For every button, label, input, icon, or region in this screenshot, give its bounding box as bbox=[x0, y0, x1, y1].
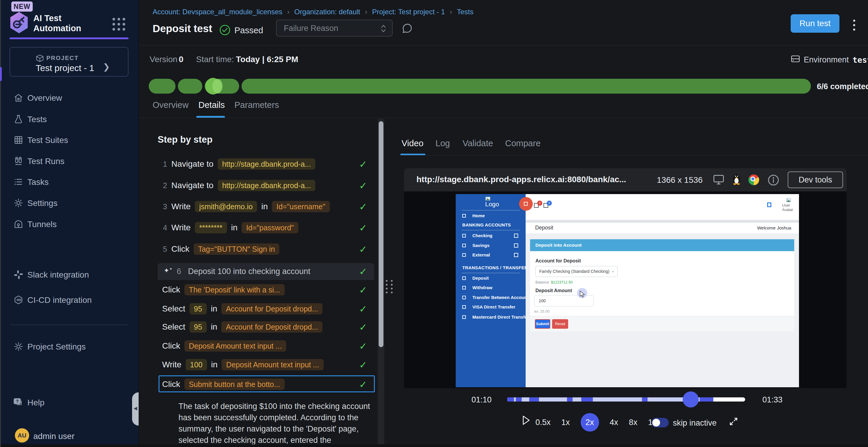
more-options-kebab-icon[interactable] bbox=[853, 17, 856, 33]
fullscreen-icon[interactable] bbox=[728, 416, 739, 428]
speed-button-2x[interactable]: 2x bbox=[581, 413, 599, 432]
deposit-amount-value: 100 bbox=[539, 296, 546, 306]
sidebar-item-tests[interactable]: Tests bbox=[0, 113, 138, 126]
info-icon[interactable] bbox=[768, 174, 779, 187]
step-row[interactable]: 2Navigate tohttp://stage.dbank.prod-a...… bbox=[160, 179, 374, 192]
step-number: 5 bbox=[160, 245, 167, 254]
speed-button-1x[interactable]: 1x bbox=[561, 418, 570, 427]
sidebar-item-overview[interactable]: Overview bbox=[0, 92, 138, 105]
checkbox-icon bbox=[462, 286, 466, 289]
sidebar-item-label: Help bbox=[27, 398, 44, 408]
substep-row[interactable]: ClickThe 'Deposit' link with a si...✓ bbox=[162, 283, 374, 296]
video-segment-marker bbox=[567, 398, 572, 402]
sidebar-item-label: Tests bbox=[27, 115, 47, 124]
badge-count: 0 bbox=[537, 201, 542, 206]
bank-nav-mastercard-direct-transfer[interactable]: Mastercard Direct Transfer bbox=[456, 314, 526, 321]
sidebar-item-test-suites[interactable]: Test Suites bbox=[0, 134, 138, 147]
bank-nav-deposit[interactable]: Deposit bbox=[456, 275, 526, 283]
step-row[interactable]: 3Writejsmith@demo.ioinId="username"✓ bbox=[160, 200, 374, 213]
breadcrumb-separator: › bbox=[450, 8, 452, 16]
sidebar-item-label: Test Suites bbox=[27, 136, 68, 145]
speed-button-0.5x[interactable]: 0.5x bbox=[535, 418, 551, 427]
step-row[interactable]: 4Write********inId="password"✓ bbox=[160, 221, 374, 234]
step-target-pill: Deposit Amount text input ... bbox=[184, 340, 286, 352]
bank-nav-external[interactable]: External bbox=[456, 252, 526, 260]
breadcrumb-item[interactable]: Organization: default bbox=[294, 8, 360, 16]
bank-message-icon[interactable]: 0 bbox=[544, 203, 548, 208]
balance-value: $1223712.50 bbox=[551, 280, 572, 284]
tab-overview[interactable]: Overview bbox=[153, 100, 189, 110]
bank-user-avatar-broken[interactable]: User Avatar bbox=[782, 198, 796, 217]
cicd-icon bbox=[14, 295, 23, 305]
play-icon[interactable] bbox=[521, 414, 531, 427]
panel-resize-grip[interactable] bbox=[386, 280, 394, 294]
seek-handle[interactable] bbox=[683, 391, 699, 408]
account-select[interactable]: Family Checking (Standard Checking) ⌄ bbox=[535, 266, 618, 277]
breadcrumb-item[interactable]: Account: Devspace_all_module_licenses bbox=[153, 8, 282, 16]
project-selector[interactable]: PROJECT Test project - 1 ❯ bbox=[9, 47, 128, 77]
tab-video[interactable]: Video bbox=[402, 138, 424, 148]
substep-row[interactable]: ClickDeposit Amount text input ...✓ bbox=[162, 339, 374, 352]
speed-button-8x[interactable]: 8x bbox=[629, 418, 638, 427]
breadcrumb-item[interactable]: Tests bbox=[457, 8, 473, 16]
user-avatar[interactable]: AU bbox=[15, 428, 29, 443]
video-seek-track[interactable] bbox=[507, 398, 745, 402]
sidebar-item-settings[interactable]: Settings bbox=[0, 197, 138, 210]
step-row[interactable]: 5ClickTag="BUTTON" Sign in✓ bbox=[160, 243, 374, 255]
home-icon bbox=[14, 93, 23, 103]
substep-row[interactable]: Select95inAccount for Deposit dropd...✓ bbox=[162, 302, 374, 315]
submit-button[interactable]: Submit bbox=[535, 319, 550, 329]
bank-nav-transfer-between-accounts[interactable]: Transfer Between Accounts bbox=[456, 294, 526, 302]
sidebar-collapse-handle[interactable]: ◀ bbox=[132, 392, 138, 425]
step-group-header[interactable]: ✦✦ 6 Deposit 100 into checking account ✓ bbox=[158, 263, 374, 280]
progress-segment[interactable] bbox=[242, 79, 811, 94]
app-logo-icon[interactable] bbox=[9, 12, 29, 33]
steps-scrollbar-thumb[interactable] bbox=[379, 121, 383, 347]
bank-nav-home[interactable]: Home bbox=[456, 212, 526, 220]
tab-compare[interactable]: Compare bbox=[505, 138, 540, 148]
tab-log[interactable]: Log bbox=[435, 138, 450, 148]
tab-parameters[interactable]: Parameters bbox=[235, 100, 279, 110]
linux-icon bbox=[732, 173, 741, 186]
project-eyebrow: PROJECT bbox=[46, 55, 79, 62]
bank-menu-icon[interactable] bbox=[767, 202, 771, 207]
sidebar-item-tunnels[interactable]: Tunnels bbox=[0, 218, 138, 231]
substep-row[interactable]: Write100inDeposit Amount text input ...✓ bbox=[162, 358, 374, 371]
video-segment-marker bbox=[581, 398, 593, 402]
apps-grid-icon[interactable] bbox=[113, 18, 126, 31]
record-indicator-icon[interactable] bbox=[519, 197, 533, 211]
sidebar-item-tasks[interactable]: Tasks bbox=[0, 176, 138, 189]
progress-segment[interactable] bbox=[149, 79, 176, 94]
tab-details[interactable]: Details bbox=[198, 100, 225, 110]
skip-inactive-toggle[interactable] bbox=[651, 418, 669, 427]
progress-segment[interactable] bbox=[178, 79, 202, 94]
breadcrumb-item[interactable]: Project: Test project - 1 bbox=[372, 8, 445, 16]
bank-nav-withdraw[interactable]: Withdraw bbox=[456, 284, 526, 292]
start-time-value: Today | 6:25 PM bbox=[236, 55, 298, 64]
dev-tools-button[interactable]: Dev tools bbox=[788, 171, 843, 188]
comment-bubble-icon[interactable] bbox=[401, 23, 413, 36]
accent-sliver bbox=[0, 67, 2, 81]
step-row[interactable]: 1Navigate tohttp://stage.dbank.prod-a...… bbox=[160, 158, 374, 171]
sidebar-item-help[interactable]: ?Help bbox=[0, 396, 138, 409]
bank-nav-visa-direct-transfer[interactable]: VISA Direct Transfer bbox=[456, 304, 526, 311]
sidebar-item-project-settings[interactable]: Project Settings bbox=[0, 340, 138, 353]
bank-notification-icon[interactable]: 0 bbox=[534, 203, 539, 208]
failure-reason-select[interactable]: Failure Reason bbox=[276, 20, 393, 37]
speed-button-4x[interactable]: 4x bbox=[610, 418, 618, 427]
sidebar-item-slack-integration[interactable]: Slack integration bbox=[0, 268, 138, 281]
breadcrumb: Account: Devspace_all_module_licenses›Or… bbox=[153, 8, 473, 16]
substep-row[interactable]: Select95inAccount for Deposit dropd...✓ bbox=[162, 320, 374, 334]
bank-nav-checking[interactable]: Checking bbox=[456, 232, 526, 240]
progress-completed-text: 6/6 completed bbox=[817, 82, 868, 91]
progress-segment-highlight bbox=[212, 79, 222, 93]
tab-validate[interactable]: Validate bbox=[463, 138, 493, 148]
app-sidebar: NEW AI Test Automation PROJECT Test proj… bbox=[0, 0, 138, 447]
sidebar-item-ci-cd-integration[interactable]: CI-CD integration bbox=[0, 294, 138, 307]
bank-logo-text[interactable]: Logo bbox=[485, 201, 499, 208]
video-url-bar: http://stage.dbank.prod-apps.relicx.ai:8… bbox=[404, 168, 846, 192]
reset-button[interactable]: Reset bbox=[552, 319, 568, 329]
bank-nav-savings[interactable]: Savings bbox=[456, 242, 526, 250]
sidebar-item-test-runs[interactable]: Test Runs bbox=[0, 155, 138, 168]
run-test-button[interactable]: Run test bbox=[790, 14, 839, 33]
